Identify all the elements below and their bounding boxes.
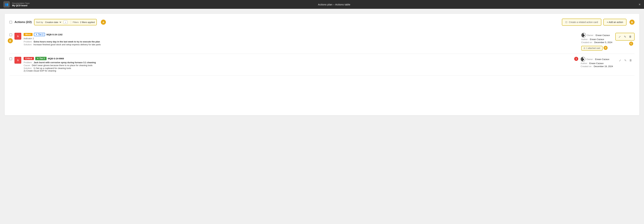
- owner-value: Erwan Cazaux: [595, 58, 610, 61]
- tier-label: Tier 2: [40, 57, 45, 60]
- tier-label: Tier 2: [38, 33, 44, 36]
- delete-button[interactable]: 🗑: [628, 58, 633, 63]
- author-label: Author :: [580, 62, 588, 65]
- owner-line: ◑ Owner : Erwan Cazaux: [580, 57, 613, 62]
- owner-line: ◑ Owner : Erwan Cazaux: [581, 33, 612, 38]
- problem-value: Jack burnt with corrosive spray during f…: [34, 61, 96, 64]
- badge-b: B: [630, 20, 634, 25]
- create-related-icon: ⊡: [565, 21, 568, 24]
- owner-label: Owner :: [586, 58, 594, 61]
- create-related-label: Create a related action card: [569, 21, 598, 24]
- sort-filter-bar: Sort by Creation date Modified date Prio…: [34, 19, 97, 25]
- solution-value: Increase finished good stock and setup e…: [34, 43, 101, 46]
- cause-label: Cause:: [24, 64, 30, 67]
- row-2-checkbox[interactable]: [10, 57, 12, 60]
- filters-label: Filters: [73, 21, 78, 24]
- header-right: ⊡ Create a related action card + Add an …: [562, 19, 634, 26]
- row-1-icon: S: [14, 33, 21, 40]
- page-title: Actions plan – Actions table: [318, 3, 350, 6]
- add-action-label: + Add an action: [607, 21, 623, 24]
- author-value: Erwan Cazaux: [590, 38, 604, 41]
- attached-card-label: 1 attached card: [586, 47, 600, 49]
- row-2-meta-actions: ◑ Owner : Erwan Cazaux Author : Erwan Ca…: [580, 57, 613, 68]
- cause-value: Didn't wear gloves because there is no p…: [32, 64, 92, 67]
- sort-by-label: Sort by: [36, 21, 43, 24]
- created-value: December 5, 2024: [594, 41, 612, 44]
- app-title: My QCD board: [12, 4, 30, 7]
- expand-button[interactable]: ⤢: [617, 58, 622, 63]
- owner-icon: ◑: [580, 57, 585, 62]
- topbar-left: 👥 Documentation Team My QCD board: [3, 1, 30, 8]
- select-all-checkbox[interactable]: [10, 21, 12, 24]
- row-1-problem: Problem: Extra hours every day in the la…: [24, 40, 579, 43]
- edit-button[interactable]: ✎: [622, 34, 628, 39]
- main-container: Actions (2/2) Sort by Creation date Modi…: [5, 14, 639, 115]
- delete-button[interactable]: 🗑: [628, 34, 633, 39]
- tier-badge: ✦ Tier 2: [35, 57, 46, 60]
- badge-d: D: [604, 46, 608, 50]
- created-label: Created on :: [580, 65, 593, 68]
- created-value: December 19, 2024: [594, 65, 613, 68]
- row-1-solution: Solution: Increase finished good stock a…: [24, 43, 579, 46]
- row-1-meta-actions: ◑ Owner : Erwan Cazaux Author : Erwan Ca…: [581, 33, 612, 51]
- severity-badge: Critical: [24, 57, 34, 60]
- row-1-checkbox[interactable]: [10, 34, 12, 36]
- row-1-actions: ⤢ ✎ 🗑: [615, 33, 634, 41]
- problem-value: Extra hours every day in the last week t…: [34, 40, 100, 43]
- create-related-button[interactable]: ⊡ Create a related action card: [562, 19, 601, 26]
- owner-icon: ◑: [581, 33, 586, 38]
- add-action-button[interactable]: + Add an action: [603, 19, 626, 26]
- badge-a: A: [101, 20, 106, 25]
- row-2-problem: Problem: Jack burnt with corrosive spray…: [24, 61, 572, 64]
- badge-e: E: [8, 38, 13, 43]
- table-row: S Critical ✦ Tier 2 MQB-S-24-9969 Proble…: [10, 54, 634, 76]
- row-1-right: ◑ Owner : Erwan Cazaux Author : Erwan Ca…: [581, 33, 635, 51]
- author-line: Author : Erwan Cazaux: [580, 62, 613, 65]
- header-left: Actions (2/2) Sort by Creation date Modi…: [10, 19, 106, 25]
- row-1-id: MQB-S-24-1162: [46, 33, 62, 36]
- divider: [71, 20, 71, 24]
- attached-card-button[interactable]: ⊡ 1 attached card: [581, 46, 603, 51]
- row-1-tags: Minor ✦ Tier 2 MQB-S-24-1162: [24, 33, 579, 36]
- author-value: Erwan Cazaux: [589, 62, 604, 65]
- problem-label: Problem:: [24, 40, 32, 43]
- row-1-meta-fields: ◑ Owner : Erwan Cazaux Author : Erwan Ca…: [581, 33, 612, 51]
- row-2-tags: Critical ✦ Tier 2 MQB-S-24-9969: [24, 57, 572, 60]
- attached-card-icon: ⊡: [584, 47, 585, 49]
- owner-value: Erwan Cazaux: [596, 34, 610, 37]
- badge-c: C: [629, 42, 633, 46]
- severity-badge: Minor: [24, 33, 32, 36]
- tier-icon: ✦: [37, 57, 38, 60]
- row-1-main: Minor ✦ Tier 2 MQB-S-24-1162 Indicator 1…: [24, 33, 579, 46]
- sort-select[interactable]: Creation date Modified date Priority: [44, 21, 62, 24]
- author-label: Author :: [581, 38, 589, 41]
- created-line: Created on : December 5, 2024: [581, 41, 612, 44]
- sort-direction-button[interactable]: ↓: [64, 21, 68, 24]
- header-row: Actions (2/2) Sort by Creation date Modi…: [10, 19, 634, 26]
- created-line: Created on : December 19, 2024: [580, 65, 613, 68]
- created-label: Created on :: [581, 41, 594, 44]
- row-2-right: 1 ◑ Owner : Erwan Cazaux Author : Erwan …: [574, 57, 634, 68]
- row-2-icon: S: [14, 57, 21, 64]
- app-logo: 👥: [3, 1, 10, 8]
- row-2-cause: Cause: Didn't wear gloves because there …: [24, 64, 572, 67]
- topbar: 👥 Documentation Team My QCD board Action…: [0, 0, 644, 9]
- close-button[interactable]: ×: [638, 3, 641, 7]
- red-notification-badge: 1: [574, 57, 578, 61]
- tier-icon: ✦: [36, 33, 37, 36]
- row-1-indicator: Indicator 1: [24, 37, 579, 40]
- filters-button[interactable]: 2 filters applied: [80, 21, 95, 24]
- row-2-meta-fields: ◑ Owner : Erwan Cazaux Author : Erwan Ca…: [580, 57, 613, 68]
- problem-label: Problem:: [24, 61, 32, 64]
- expand-button[interactable]: ⤢: [617, 34, 622, 39]
- org-name: Documentation Team: [12, 2, 30, 4]
- row-2-main: Critical ✦ Tier 2 MQB-S-24-9969 Problem:…: [24, 57, 572, 72]
- edit-button[interactable]: ✎: [623, 58, 628, 63]
- solution-label: Solution:: [24, 43, 32, 46]
- topbar-org-group: Documentation Team My QCD board: [12, 2, 30, 7]
- owner-label: Owner :: [587, 34, 595, 37]
- row-2-id: MQB-S-24-9969: [48, 57, 64, 60]
- author-line: Author : Erwan Cazaux: [581, 38, 612, 41]
- table-row: E S Minor ✦ Tier 2 MQB-S-24-1162 Indicat…: [10, 30, 634, 54]
- row-2-solution: Solution: 1) Set up a cupboard for clean…: [24, 67, 572, 72]
